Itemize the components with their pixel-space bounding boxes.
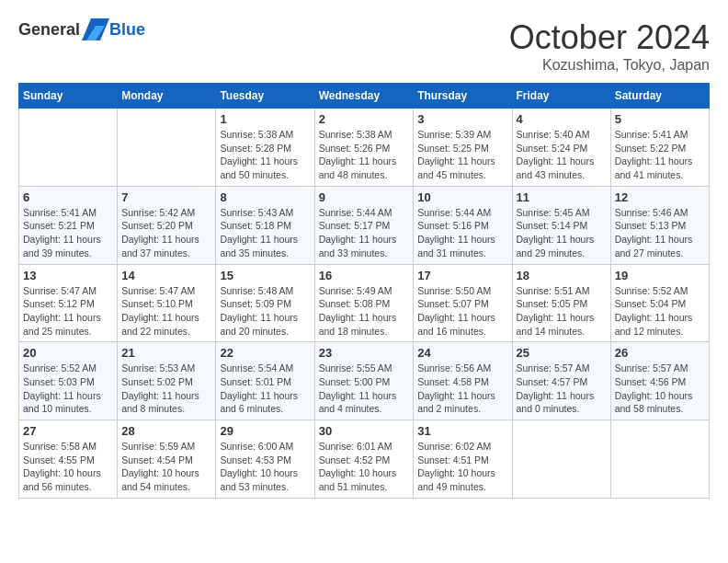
- day-info: Sunrise: 6:01 AM Sunset: 4:52 PM Dayligh…: [319, 440, 410, 494]
- calendar-cell: 22Sunrise: 5:54 AM Sunset: 5:01 PM Dayli…: [216, 342, 314, 420]
- day-number: 5: [615, 112, 705, 126]
- calendar-cell: 14Sunrise: 5:47 AM Sunset: 5:10 PM Dayli…: [118, 264, 216, 342]
- calendar-cell: 26Sunrise: 5:57 AM Sunset: 4:56 PM Dayli…: [610, 342, 709, 420]
- calendar-cell: 9Sunrise: 5:44 AM Sunset: 5:17 PM Daylig…: [314, 186, 414, 264]
- day-number: 29: [220, 424, 310, 438]
- logo-general-text: General: [18, 20, 80, 40]
- logo-icon: [82, 18, 109, 40]
- day-info: Sunrise: 5:39 AM Sunset: 5:25 PM Dayligh…: [417, 128, 507, 182]
- day-number: 24: [417, 346, 507, 360]
- calendar-cell: 1Sunrise: 5:38 AM Sunset: 5:28 PM Daylig…: [216, 109, 314, 187]
- calendar-cell: 4Sunrise: 5:40 AM Sunset: 5:24 PM Daylig…: [512, 109, 610, 187]
- calendar-week-row: 1Sunrise: 5:38 AM Sunset: 5:28 PM Daylig…: [19, 109, 710, 187]
- calendar-cell: 30Sunrise: 6:01 AM Sunset: 4:52 PM Dayli…: [314, 420, 414, 499]
- calendar-cell: 28Sunrise: 5:59 AM Sunset: 4:54 PM Dayli…: [118, 420, 216, 499]
- day-info: Sunrise: 5:52 AM Sunset: 5:03 PM Dayligh…: [23, 362, 113, 416]
- day-info: Sunrise: 6:02 AM Sunset: 4:51 PM Dayligh…: [417, 440, 507, 494]
- calendar-cell: 10Sunrise: 5:44 AM Sunset: 5:16 PM Dayli…: [414, 186, 512, 264]
- day-info: Sunrise: 5:45 AM Sunset: 5:14 PM Dayligh…: [517, 206, 607, 260]
- day-number: 21: [121, 346, 211, 360]
- day-number: 27: [23, 424, 113, 438]
- calendar-cell: 23Sunrise: 5:55 AM Sunset: 5:00 PM Dayli…: [314, 342, 414, 420]
- day-number: 11: [517, 190, 607, 204]
- day-info: Sunrise: 5:57 AM Sunset: 4:57 PM Dayligh…: [517, 362, 607, 416]
- day-info: Sunrise: 5:51 AM Sunset: 5:05 PM Dayligh…: [517, 284, 607, 339]
- day-number: 13: [23, 269, 113, 282]
- day-info: Sunrise: 5:52 AM Sunset: 5:04 PM Dayligh…: [615, 284, 705, 339]
- day-info: Sunrise: 5:59 AM Sunset: 4:54 PM Dayligh…: [121, 440, 211, 494]
- column-header-wednesday: Wednesday: [314, 84, 414, 109]
- calendar-cell: [610, 420, 709, 499]
- calendar-cell: 3Sunrise: 5:39 AM Sunset: 5:25 PM Daylig…: [414, 109, 512, 187]
- logo-blue-text: Blue: [109, 20, 145, 40]
- day-number: 23: [319, 346, 410, 360]
- calendar-cell: [19, 109, 118, 187]
- day-info: Sunrise: 5:38 AM Sunset: 5:26 PM Dayligh…: [319, 128, 410, 182]
- day-info: Sunrise: 5:58 AM Sunset: 4:55 PM Dayligh…: [23, 440, 113, 494]
- column-header-friday: Friday: [512, 84, 610, 109]
- day-number: 31: [417, 424, 507, 438]
- day-number: 2: [319, 112, 410, 126]
- day-number: 9: [319, 190, 410, 204]
- day-number: 20: [23, 346, 113, 360]
- day-number: 14: [121, 269, 211, 282]
- calendar-cell: 15Sunrise: 5:48 AM Sunset: 5:09 PM Dayli…: [216, 264, 314, 342]
- calendar-cell: 16Sunrise: 5:49 AM Sunset: 5:08 PM Dayli…: [314, 264, 414, 342]
- calendar-week-row: 13Sunrise: 5:47 AM Sunset: 5:12 PM Dayli…: [19, 264, 710, 342]
- day-number: 30: [319, 424, 410, 438]
- calendar-cell: 25Sunrise: 5:57 AM Sunset: 4:57 PM Dayli…: [512, 342, 610, 420]
- calendar-week-row: 27Sunrise: 5:58 AM Sunset: 4:55 PM Dayli…: [19, 420, 710, 499]
- day-info: Sunrise: 5:40 AM Sunset: 5:24 PM Dayligh…: [517, 128, 607, 182]
- calendar-cell: 24Sunrise: 5:56 AM Sunset: 4:58 PM Dayli…: [414, 342, 512, 420]
- column-header-tuesday: Tuesday: [216, 84, 314, 109]
- day-number: 8: [220, 190, 310, 204]
- calendar-cell: 19Sunrise: 5:52 AM Sunset: 5:04 PM Dayli…: [610, 264, 709, 342]
- day-info: Sunrise: 5:56 AM Sunset: 4:58 PM Dayligh…: [417, 362, 507, 416]
- day-info: Sunrise: 5:38 AM Sunset: 5:28 PM Dayligh…: [220, 128, 310, 182]
- calendar-cell: 12Sunrise: 5:46 AM Sunset: 5:13 PM Dayli…: [610, 186, 709, 264]
- day-number: 15: [220, 269, 310, 282]
- calendar-table: SundayMondayTuesdayWednesdayThursdayFrid…: [18, 83, 710, 499]
- day-number: 18: [517, 269, 607, 282]
- day-number: 7: [121, 190, 211, 204]
- day-info: Sunrise: 6:00 AM Sunset: 4:53 PM Dayligh…: [220, 440, 310, 494]
- calendar-cell: 27Sunrise: 5:58 AM Sunset: 4:55 PM Dayli…: [19, 420, 118, 499]
- day-info: Sunrise: 5:44 AM Sunset: 5:17 PM Dayligh…: [319, 206, 410, 260]
- day-number: 22: [220, 346, 310, 360]
- calendar-week-row: 20Sunrise: 5:52 AM Sunset: 5:03 PM Dayli…: [19, 342, 710, 420]
- day-info: Sunrise: 5:50 AM Sunset: 5:07 PM Dayligh…: [417, 284, 507, 339]
- day-number: 6: [23, 190, 113, 204]
- day-info: Sunrise: 5:46 AM Sunset: 5:13 PM Dayligh…: [615, 206, 705, 260]
- calendar-cell: [512, 420, 610, 499]
- day-info: Sunrise: 5:43 AM Sunset: 5:18 PM Dayligh…: [220, 206, 310, 260]
- calendar-cell: 18Sunrise: 5:51 AM Sunset: 5:05 PM Dayli…: [512, 264, 610, 342]
- column-header-monday: Monday: [118, 84, 216, 109]
- day-number: 1: [220, 112, 310, 126]
- day-info: Sunrise: 5:49 AM Sunset: 5:08 PM Dayligh…: [319, 284, 410, 339]
- day-info: Sunrise: 5:57 AM Sunset: 4:56 PM Dayligh…: [615, 362, 705, 416]
- title-area: October 2024 Kozushima, Tokyo, Japan: [509, 18, 710, 74]
- day-number: 17: [417, 269, 507, 282]
- calendar-cell: 13Sunrise: 5:47 AM Sunset: 5:12 PM Dayli…: [19, 264, 118, 342]
- day-info: Sunrise: 5:41 AM Sunset: 5:21 PM Dayligh…: [23, 206, 113, 260]
- day-info: Sunrise: 5:47 AM Sunset: 5:12 PM Dayligh…: [23, 284, 113, 339]
- calendar-cell: 11Sunrise: 5:45 AM Sunset: 5:14 PM Dayli…: [512, 186, 610, 264]
- calendar-cell: 21Sunrise: 5:53 AM Sunset: 5:02 PM Dayli…: [118, 342, 216, 420]
- day-info: Sunrise: 5:44 AM Sunset: 5:16 PM Dayligh…: [417, 206, 507, 260]
- column-header-saturday: Saturday: [610, 84, 709, 109]
- calendar-cell: 8Sunrise: 5:43 AM Sunset: 5:18 PM Daylig…: [216, 186, 314, 264]
- location-title: Kozushima, Tokyo, Japan: [509, 57, 710, 74]
- calendar-cell: 17Sunrise: 5:50 AM Sunset: 5:07 PM Dayli…: [414, 264, 512, 342]
- day-number: 10: [417, 190, 507, 204]
- day-number: 16: [319, 269, 410, 282]
- logo: General Blue: [18, 18, 145, 40]
- calendar-cell: 6Sunrise: 5:41 AM Sunset: 5:21 PM Daylig…: [19, 186, 118, 264]
- day-info: Sunrise: 5:41 AM Sunset: 5:22 PM Dayligh…: [615, 128, 705, 182]
- day-number: 28: [121, 424, 211, 438]
- calendar-cell: [118, 109, 216, 187]
- day-info: Sunrise: 5:53 AM Sunset: 5:02 PM Dayligh…: [121, 362, 211, 416]
- column-header-sunday: Sunday: [19, 84, 118, 109]
- calendar-cell: 5Sunrise: 5:41 AM Sunset: 5:22 PM Daylig…: [610, 109, 709, 187]
- day-number: 25: [517, 346, 607, 360]
- month-title: October 2024: [509, 18, 710, 57]
